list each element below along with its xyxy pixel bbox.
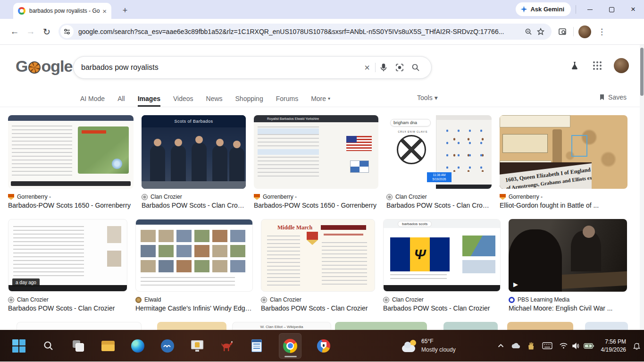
browser-tab[interactable]: barbados pow royalists - Go × <box>13 3 111 19</box>
scrollbar-thumb[interactable] <box>640 48 644 96</box>
result-thumbnail-barbados-flag[interactable]: barbados scots Ψ <box>383 219 501 292</box>
gorrenberry-favicon <box>254 194 260 200</box>
restore-button[interactable] <box>601 0 622 19</box>
result-title[interactable]: Barbados POW Scots - Clan Crozier <box>8 304 127 312</box>
forward-button[interactable]: → <box>23 24 39 40</box>
result-source[interactable]: Gorrenberry - <box>254 194 378 200</box>
url-text[interactable]: google.com/search?sca_esv=aae6e3c89fbb1a… <box>78 28 522 35</box>
partial-thumbnail[interactable] <box>335 322 427 330</box>
close-button[interactable]: × <box>622 0 644 19</box>
zoom-out-icon[interactable] <box>522 25 535 38</box>
tab-ai-mode[interactable]: AI Mode <box>80 90 105 107</box>
tab-videos[interactable]: Videos <box>173 90 193 107</box>
tab-shopping[interactable]: Shopping <box>235 90 263 107</box>
result-thumbnail-old-map[interactable]: 1603, Queen Elizabeth I of England died.… <box>500 115 627 189</box>
result-thumbnail-document[interactable]: Middle March <box>261 219 375 292</box>
tab-images[interactable]: Images <box>138 90 160 107</box>
page-scrollbar[interactable] <box>640 45 644 330</box>
tab-all[interactable]: All <box>117 90 125 107</box>
result-thumbnail-elwald-page[interactable]: Royalist Barbados Elwald Yorkshire <box>254 115 378 189</box>
tab-more[interactable]: More▾ <box>311 90 330 107</box>
result-source[interactable]: Gorrenberry - <box>500 194 627 200</box>
result-source[interactable]: Clan Crozier <box>383 296 501 303</box>
result-title[interactable]: Barbados POW Scots - Clan Crozier <box>261 304 375 312</box>
saves-button[interactable]: Saves <box>599 93 627 101</box>
site-settings-icon[interactable] <box>60 25 74 38</box>
partial-thumbnail[interactable] <box>585 322 628 330</box>
task-view-icon[interactable] <box>71 338 86 354</box>
vnc-viewer-icon[interactable] <box>190 338 205 354</box>
search-icon[interactable] <box>408 59 424 76</box>
result-title[interactable]: Michael Moore: English Civil War ... <box>509 304 627 312</box>
search-tabs-icon[interactable] <box>556 25 569 38</box>
account-avatar[interactable] <box>614 58 629 73</box>
google-logo[interactable]: Gogle <box>16 57 72 76</box>
result-title[interactable]: Hermitage Castle's Infinis' Windy Edge .… <box>135 304 253 312</box>
chrome-taskbar-active[interactable] <box>279 333 301 359</box>
clock-widget[interactable]: 7:56 PM 4/19/2026 <box>601 338 626 353</box>
google-apps-icon[interactable] <box>591 59 603 72</box>
result-title[interactable]: Barbados POW Scots - Clan Crozier <box>383 304 501 312</box>
result-source[interactable]: Clan Crozier <box>261 296 375 303</box>
search-query[interactable]: barbados pow royalists <box>81 63 359 72</box>
address-bar[interactable]: google.com/search?sca_esv=aae6e3c89fbb1a… <box>59 24 552 40</box>
labs-flask-icon[interactable] <box>569 59 581 72</box>
file-explorer-icon[interactable] <box>100 338 116 354</box>
result-source[interactable]: Clan Crozier <box>386 194 492 200</box>
partial-thumbnail[interactable] <box>157 322 226 330</box>
google-lens-icon[interactable] <box>392 59 408 76</box>
reload-button[interactable]: ↻ <box>39 24 55 40</box>
notification-bell-icon[interactable]: z <box>633 342 640 350</box>
touch-keyboard-icon[interactable] <box>542 342 552 349</box>
crozier-favicon <box>383 297 389 303</box>
profile-avatar[interactable] <box>578 25 591 38</box>
hidden-icons-chevron[interactable] <box>498 344 504 348</box>
vnc-tray-hand-icon[interactable] <box>527 342 535 350</box>
result-title[interactable]: Elliot-Gordon fought in Battle of ... <box>500 202 627 209</box>
result-title[interactable]: Barbados-POW Scots 1650 - Gorrenberry <box>8 202 134 209</box>
tab-forums[interactable]: Forums <box>276 90 298 107</box>
browser-menu-icon[interactable]: ⋮ <box>596 27 608 37</box>
onedrive-cloud-icon[interactable] <box>511 343 520 349</box>
result-thumbnail-webpage[interactable]: a day ago <box>8 219 127 292</box>
result-title[interactable]: Barbados POW Scots - Clan Crozier <box>386 202 492 209</box>
openoffice-icon[interactable] <box>160 338 175 354</box>
avg-secure-browser-icon[interactable] <box>316 338 331 354</box>
result-title[interactable]: Barbados-POW Scots 1650 - Gorrenberry <box>254 202 378 209</box>
result-thumbnail-group-photo[interactable]: Scots of Barbados <box>142 115 246 189</box>
result-source[interactable]: Gorrenberry - <box>8 194 134 200</box>
clear-search-icon[interactable]: × <box>359 59 375 76</box>
result-thumbnail-gorrenberry-site[interactable] <box>8 115 134 189</box>
notepad-icon[interactable] <box>249 338 264 354</box>
result-source[interactable]: Clan Crozier <box>8 296 127 303</box>
result-thumbnail-gallery-page[interactable] <box>135 219 253 292</box>
minimize-button[interactable] <box>579 0 601 19</box>
new-tab-button[interactable]: + <box>119 5 131 17</box>
red-donkey-app-icon[interactable] <box>219 338 234 354</box>
taskbar-search-icon[interactable] <box>41 338 56 354</box>
tab-news[interactable]: News <box>206 90 223 107</box>
partial-thumbnail[interactable] <box>507 322 573 330</box>
microphone-icon[interactable] <box>376 59 392 76</box>
result-thumbnail-video[interactable]: ▶ <box>509 219 627 292</box>
start-button[interactable] <box>11 338 26 354</box>
partial-thumbnail[interactable] <box>17 322 142 330</box>
ask-gemini-button[interactable]: Ask Gemini <box>516 2 571 16</box>
partial-thumbnail[interactable] <box>443 322 498 330</box>
result-source[interactable]: Elwald <box>135 296 253 303</box>
result-card: 1603, Queen Elizabeth I of England died.… <box>500 115 627 209</box>
result-source[interactable]: PBS Learning Media <box>509 296 627 303</box>
window-controls: × <box>576 0 644 19</box>
weather-widget[interactable]: 65°FMostly cloudy <box>402 330 456 362</box>
tab-close-icon[interactable]: × <box>101 7 108 15</box>
result-source[interactable]: Clan Crozier <box>142 194 246 200</box>
partial-thumbnail[interactable]: W. Clan Elliot – Wikipedia <box>232 322 331 330</box>
edge-icon[interactable] <box>130 338 145 354</box>
network-volume-battery-group[interactable] <box>560 343 594 349</box>
bookmark-star-icon[interactable] <box>535 25 547 38</box>
result-thumbnail-brigham-dna[interactable]: brigham dna CRUX ENIM CLAVIS 11:36 AM 5/… <box>386 115 492 189</box>
back-button[interactable]: ← <box>7 24 23 40</box>
result-title[interactable]: Barbados POW Scots - Clan Crozier <box>142 202 246 209</box>
search-box[interactable]: barbados pow royalists × <box>73 56 432 79</box>
tools-button[interactable]: Tools▾ <box>417 94 438 101</box>
